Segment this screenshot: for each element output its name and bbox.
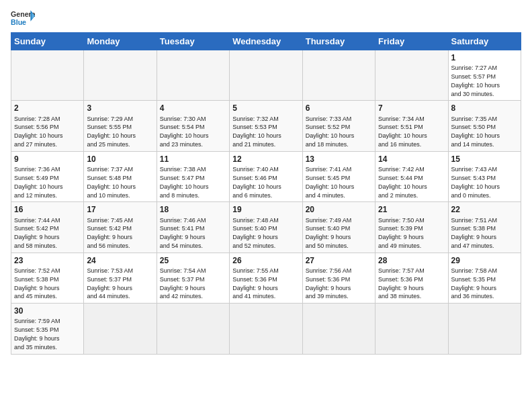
day-info: Sunrise: 7:54 AM Sunset: 5:37 PM Dayligh… [160, 267, 206, 300]
calendar-cell: 8Sunrise: 7:35 AM Sunset: 5:50 PM Daylig… [448, 101, 521, 151]
calendar-cell: 25Sunrise: 7:54 AM Sunset: 5:37 PM Dayli… [157, 253, 229, 303]
calendar-cell [375, 304, 448, 354]
day-info: Sunrise: 7:32 AM Sunset: 5:53 PM Dayligh… [232, 116, 281, 148]
calendar-cell: 24Sunrise: 7:53 AM Sunset: 5:37 PM Dayli… [84, 253, 157, 303]
day-info: Sunrise: 7:37 AM Sunset: 5:48 PM Dayligh… [87, 166, 136, 198]
calendar-cell: 28Sunrise: 7:57 AM Sunset: 5:36 PM Dayli… [375, 253, 448, 303]
calendar-week-6: 30Sunrise: 7:59 AM Sunset: 5:35 PM Dayli… [11, 304, 521, 354]
calendar-cell: 1Sunrise: 7:27 AM Sunset: 5:57 PM Daylig… [448, 50, 521, 101]
day-info: Sunrise: 7:49 AM Sunset: 5:40 PM Dayligh… [306, 217, 352, 249]
day-number: 10 [87, 154, 153, 165]
day-info: Sunrise: 7:30 AM Sunset: 5:54 PM Dayligh… [160, 116, 209, 148]
day-info: Sunrise: 7:44 AM Sunset: 5:42 PM Dayligh… [14, 217, 60, 249]
weekday-thursday: Thursday [302, 33, 375, 50]
calendar-cell: 6Sunrise: 7:33 AM Sunset: 5:52 PM Daylig… [302, 101, 375, 151]
calendar-cell: 17Sunrise: 7:45 AM Sunset: 5:42 PM Dayli… [84, 202, 157, 253]
day-number: 15 [451, 154, 518, 165]
calendar-cell: 3Sunrise: 7:29 AM Sunset: 5:55 PM Daylig… [84, 101, 157, 151]
day-number: 16 [14, 204, 81, 215]
weekday-tuesday: Tuesday [157, 33, 229, 50]
day-number: 7 [378, 103, 445, 113]
day-number: 17 [87, 204, 153, 215]
day-number: 3 [87, 103, 153, 113]
day-info: Sunrise: 7:27 AM Sunset: 5:57 PM Dayligh… [451, 64, 500, 97]
day-number: 20 [306, 204, 372, 215]
calendar-cell [302, 304, 375, 354]
calendar-week-5: 23Sunrise: 7:52 AM Sunset: 5:38 PM Dayli… [11, 253, 521, 303]
calendar-table: SundayMondayTuesdayWednesdayThursdayFrid… [11, 32, 521, 355]
calendar-cell: 20Sunrise: 7:49 AM Sunset: 5:40 PM Dayli… [302, 202, 375, 253]
header: General Blue [11, 8, 521, 27]
calendar-cell: 13Sunrise: 7:41 AM Sunset: 5:45 PM Dayli… [302, 151, 375, 201]
calendar-cell: 16Sunrise: 7:44 AM Sunset: 5:42 PM Dayli… [11, 202, 84, 253]
calendar-cell: 22Sunrise: 7:51 AM Sunset: 5:38 PM Dayli… [448, 202, 521, 253]
day-info: Sunrise: 7:59 AM Sunset: 5:35 PM Dayligh… [14, 318, 60, 350]
day-number: 19 [232, 204, 299, 215]
day-info: Sunrise: 7:41 AM Sunset: 5:45 PM Dayligh… [306, 166, 355, 198]
calendar-week-3: 9Sunrise: 7:36 AM Sunset: 5:49 PM Daylig… [11, 151, 521, 201]
calendar-cell: 2Sunrise: 7:28 AM Sunset: 5:56 PM Daylig… [11, 101, 84, 151]
calendar-cell: 12Sunrise: 7:40 AM Sunset: 5:46 PM Dayli… [230, 151, 302, 201]
day-info: Sunrise: 7:48 AM Sunset: 5:40 PM Dayligh… [232, 217, 279, 249]
calendar-cell [84, 304, 157, 354]
generalblue-logo-icon: General Blue [11, 8, 35, 27]
calendar-week-2: 2Sunrise: 7:28 AM Sunset: 5:56 PM Daylig… [11, 101, 521, 151]
day-info: Sunrise: 7:51 AM Sunset: 5:38 PM Dayligh… [451, 217, 498, 249]
calendar-cell [157, 304, 229, 354]
calendar-cell [230, 50, 302, 101]
calendar-cell [230, 304, 302, 354]
calendar-cell: 19Sunrise: 7:48 AM Sunset: 5:40 PM Dayli… [230, 202, 302, 253]
calendar-cell: 4Sunrise: 7:30 AM Sunset: 5:54 PM Daylig… [157, 101, 229, 151]
day-info: Sunrise: 7:57 AM Sunset: 5:36 PM Dayligh… [378, 267, 425, 300]
day-info: Sunrise: 7:45 AM Sunset: 5:42 PM Dayligh… [87, 217, 133, 249]
day-number: 29 [451, 255, 518, 266]
day-number: 27 [306, 255, 372, 266]
weekday-friday: Friday [375, 33, 448, 50]
calendar-cell: 14Sunrise: 7:42 AM Sunset: 5:44 PM Dayli… [375, 151, 448, 201]
day-info: Sunrise: 7:35 AM Sunset: 5:50 PM Dayligh… [451, 116, 500, 148]
calendar-cell: 7Sunrise: 7:34 AM Sunset: 5:51 PM Daylig… [375, 101, 448, 151]
calendar-cell: 26Sunrise: 7:55 AM Sunset: 5:36 PM Dayli… [230, 253, 302, 303]
day-info: Sunrise: 7:40 AM Sunset: 5:46 PM Dayligh… [232, 166, 281, 198]
day-number: 6 [306, 103, 372, 113]
calendar-cell: 23Sunrise: 7:52 AM Sunset: 5:38 PM Dayli… [11, 253, 84, 303]
day-number: 28 [378, 255, 445, 266]
day-info: Sunrise: 7:36 AM Sunset: 5:49 PM Dayligh… [14, 166, 63, 198]
day-info: Sunrise: 7:42 AM Sunset: 5:44 PM Dayligh… [378, 166, 427, 198]
calendar-cell: 11Sunrise: 7:38 AM Sunset: 5:47 PM Dayli… [157, 151, 229, 201]
day-info: Sunrise: 7:34 AM Sunset: 5:51 PM Dayligh… [378, 116, 427, 148]
calendar-cell: 30Sunrise: 7:59 AM Sunset: 5:35 PM Dayli… [11, 304, 84, 354]
calendar-cell [448, 304, 521, 354]
day-info: Sunrise: 7:46 AM Sunset: 5:41 PM Dayligh… [160, 217, 206, 249]
day-number: 4 [160, 103, 226, 113]
page: General Blue SundayMondayTuesdayWednesda… [0, 0, 532, 360]
calendar-cell: 10Sunrise: 7:37 AM Sunset: 5:48 PM Dayli… [84, 151, 157, 201]
calendar-cell: 5Sunrise: 7:32 AM Sunset: 5:53 PM Daylig… [230, 101, 302, 151]
day-info: Sunrise: 7:55 AM Sunset: 5:36 PM Dayligh… [232, 267, 279, 300]
day-number: 12 [232, 154, 299, 165]
day-number: 1 [451, 52, 518, 63]
day-number: 30 [14, 306, 81, 316]
day-info: Sunrise: 7:56 AM Sunset: 5:36 PM Dayligh… [306, 267, 352, 300]
day-info: Sunrise: 7:43 AM Sunset: 5:43 PM Dayligh… [451, 166, 500, 198]
weekday-sunday: Sunday [11, 33, 84, 50]
calendar-cell: 27Sunrise: 7:56 AM Sunset: 5:36 PM Dayli… [302, 253, 375, 303]
day-number: 11 [160, 154, 226, 165]
svg-text:Blue: Blue [11, 18, 26, 26]
calendar-cell [84, 50, 157, 101]
day-info: Sunrise: 7:52 AM Sunset: 5:38 PM Dayligh… [14, 267, 60, 300]
day-number: 24 [87, 255, 153, 266]
calendar-cell: 15Sunrise: 7:43 AM Sunset: 5:43 PM Dayli… [448, 151, 521, 201]
calendar-cell: 18Sunrise: 7:46 AM Sunset: 5:41 PM Dayli… [157, 202, 229, 253]
day-number: 14 [378, 154, 445, 165]
day-info: Sunrise: 7:28 AM Sunset: 5:56 PM Dayligh… [14, 116, 63, 148]
day-number: 2 [14, 103, 81, 113]
day-number: 26 [232, 255, 299, 266]
day-number: 13 [306, 154, 372, 165]
weekday-monday: Monday [84, 33, 157, 50]
weekday-header-row: SundayMondayTuesdayWednesdayThursdayFrid… [11, 33, 521, 50]
logo: General Blue [11, 8, 35, 27]
calendar-cell [375, 50, 448, 101]
day-info: Sunrise: 7:50 AM Sunset: 5:39 PM Dayligh… [378, 217, 425, 249]
calendar-cell: 9Sunrise: 7:36 AM Sunset: 5:49 PM Daylig… [11, 151, 84, 201]
